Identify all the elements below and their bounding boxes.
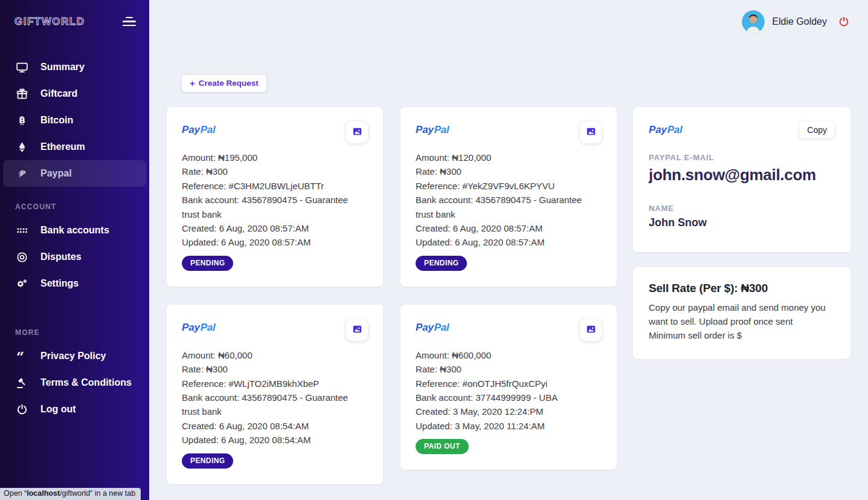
paypal-info-card: Copy PayPal PAYPAL E-MAIL john.snow@gmai… (633, 107, 850, 252)
view-proof-button[interactable] (580, 319, 602, 341)
grid-dots-icon (15, 224, 28, 237)
sidebar-item-bitcoin[interactable]: B Bitcoin (0, 107, 149, 134)
reference-line: Reference: #WLjTO2iMB9khXbeP (182, 377, 368, 391)
paypal-email-label: PAYPAL E-MAIL (649, 153, 835, 162)
avatar[interactable] (742, 10, 765, 33)
browser-link-status: Open “localhost/giftworld” in a new tab (0, 488, 141, 500)
reference-line: Reference: #C3HM2UBWLjeUBTTr (182, 179, 368, 193)
created-line: Created: 6 Aug, 2020 08:54:AM (182, 419, 368, 433)
user-name: Eldie Goldey (772, 16, 827, 27)
sidebar-item-privacy-policy[interactable]: “ Privacy Policy (0, 343, 149, 369)
create-request-label: Create Request (199, 79, 259, 88)
paypal-email-value: john.snow@gmail.com (649, 166, 835, 184)
amount-line: Amount: ₦195,000 (182, 151, 368, 164)
right-column: Copy PayPal PAYPAL E-MAIL john.snow@gmai… (633, 107, 850, 359)
sidebar-item-label: Log out (40, 404, 76, 415)
status-badge: PENDING (182, 256, 233, 271)
sell-rate-instructions: Copy our paypal email and send money you… (649, 300, 835, 328)
logout-power-icon[interactable] (838, 16, 850, 28)
rate-line: Rate: ₦300 (416, 164, 602, 178)
status-badge: PAID OUT (416, 439, 469, 454)
gears-icon (15, 278, 28, 290)
updated-line: Updated: 3 May, 2020 11:24:AM (416, 419, 602, 433)
bank-account-line: Bank account: 43567890475 - Guarantee tr… (416, 193, 602, 221)
rate-line: Rate: ₦300 (182, 164, 368, 178)
updated-line: Updated: 6 Aug, 2020 08:57:AM (182, 235, 368, 249)
sidebar-item-label: Paypal (40, 168, 72, 179)
view-proof-button[interactable] (580, 122, 602, 143)
sidebar-item-terms[interactable]: Terms & Conditions (0, 369, 149, 396)
reference-line: Reference: #onOTJH5frQuxCPyi (416, 377, 602, 391)
amount-line: Amount: ₦600,000 (416, 348, 602, 362)
copy-button[interactable]: Copy (799, 122, 835, 138)
topbar: Eldie Goldey (149, 0, 868, 44)
transaction-card: PayPal Amount: ₦60,000 Rate: ₦300 Refere… (167, 305, 383, 484)
power-icon (15, 403, 28, 416)
transactions-grid: PayPal Amount: ₦195,000 Rate: ₦300 Refer… (167, 107, 617, 484)
sell-rate-minimum: Minimum sell order is $ (649, 328, 835, 342)
sidebar-item-label: Bitcoin (40, 115, 73, 126)
sidebar-item-bank-accounts[interactable]: Bank accounts (0, 217, 149, 244)
sell-rate-card: Sell Rate (Per $): ₦300 Copy our paypal … (633, 267, 850, 359)
paypal-icon: PP (15, 167, 28, 180)
bank-account-line: Bank account: 43567890475 - Guarantee tr… (182, 193, 368, 221)
image-icon (352, 324, 362, 336)
amount-line: Amount: ₦60,000 (182, 348, 368, 362)
sidebar-item-label: Privacy Policy (40, 351, 106, 362)
svg-text:“: “ (16, 350, 24, 363)
rate-line: Rate: ₦300 (416, 362, 602, 376)
app-logo: GIFTWORLD (14, 16, 85, 28)
sidebar-section-account: ACCOUNT (0, 203, 149, 211)
created-line: Created: 6 Aug, 2020 08:57:AM (182, 221, 368, 235)
updated-line: Updated: 6 Aug, 2020 08:57:AM (416, 235, 602, 249)
bitcoin-icon: B (15, 114, 28, 127)
sell-rate-title: Sell Rate (Per $): ₦300 (649, 282, 835, 295)
monitor-icon (15, 61, 28, 74)
target-icon (15, 251, 28, 264)
gavel-icon (15, 377, 28, 389)
sidebar-item-label: Disputes (40, 252, 82, 262)
transaction-card: PayPal Amount: ₦600,000 Rate: ₦300 Refer… (400, 305, 617, 470)
image-icon (586, 126, 596, 138)
sidebar-item-logout[interactable]: Log out (0, 396, 149, 423)
updated-line: Updated: 6 Aug, 2020 08:54:AM (182, 433, 368, 447)
sidebar-item-settings[interactable]: Settings (0, 270, 149, 297)
sidebar-item-summary[interactable]: Summary (0, 54, 149, 80)
sidebar: GIFTWORLD Summary Giftcard B Bitcoin E (0, 0, 149, 500)
gift-icon (15, 88, 28, 100)
sidebar-item-disputes[interactable]: Disputes (0, 244, 149, 270)
rate-line: Rate: ₦300 (182, 362, 368, 376)
status-badge: PENDING (182, 453, 233, 469)
sidebar-item-giftcard[interactable]: Giftcard (0, 80, 149, 107)
plus-icon: + (190, 79, 195, 88)
quote-icon: “ (15, 350, 28, 363)
image-icon (352, 126, 362, 138)
sidebar-item-label: Bank accounts (40, 225, 109, 236)
view-proof-button[interactable] (346, 319, 368, 341)
ethereum-icon (15, 141, 28, 154)
created-line: Created: 6 Aug, 2020 08:57:AM (416, 221, 602, 235)
paypal-logo: PayPal (416, 319, 449, 334)
status-badge: PENDING (416, 256, 467, 271)
create-request-button[interactable]: + Create Request (182, 75, 266, 92)
hamburger-menu-icon[interactable] (123, 15, 136, 28)
paypal-logo: PayPal (182, 319, 216, 334)
sidebar-item-label: Terms & Conditions (40, 377, 132, 388)
sidebar-item-label: Giftcard (40, 88, 77, 99)
sidebar-section-more: MORE (0, 328, 149, 337)
paypal-logo: PayPal (416, 122, 449, 136)
bank-account-line: Bank account: 43567890475 - Guarantee tr… (182, 391, 368, 419)
sidebar-item-ethereum[interactable]: Ethereum (0, 134, 149, 160)
view-proof-button[interactable] (346, 122, 368, 143)
transaction-card: PayPal Amount: ₦120,000 Rate: ₦300 Refer… (400, 107, 617, 287)
sidebar-item-paypal[interactable]: PP Paypal (3, 160, 146, 187)
name-value: John Snow (649, 216, 835, 229)
name-label: NAME (649, 204, 835, 213)
paypal-logo: PayPal (182, 122, 216, 136)
sidebar-item-label: Settings (40, 278, 79, 289)
image-icon (586, 324, 596, 336)
sidebar-item-label: Summary (40, 62, 85, 73)
created-line: Created: 3 May, 2020 12:24:PM (416, 404, 602, 418)
svg-text:B: B (19, 115, 25, 125)
amount-line: Amount: ₦120,000 (416, 151, 602, 164)
